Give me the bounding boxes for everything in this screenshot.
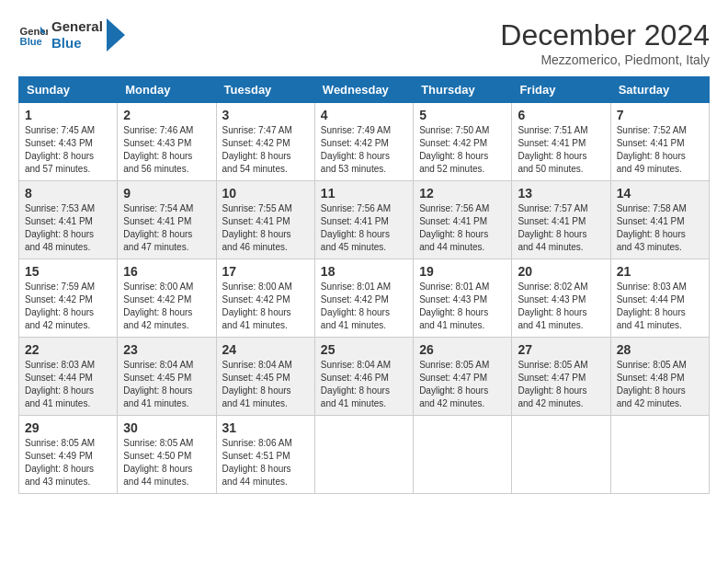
svg-marker-3 [107,18,125,52]
day-number: 14 [617,186,703,201]
page-header: General Blue General Blue December 2024 … [18,18,710,67]
day-info: Sunrise: 7:45 AM Sunset: 4:43 PM Dayligh… [25,124,111,176]
day-info: Sunrise: 7:54 AM Sunset: 4:41 PM Dayligh… [123,202,210,254]
logo-blue: Blue [51,35,103,52]
sunrise-label: Sunrise: 7:58 AM [617,203,687,213]
day-info: Sunrise: 7:49 AM Sunset: 4:42 PM Dayligh… [321,124,407,176]
daylight-label: Daylight: 8 hours and 53 minutes. [321,151,390,174]
daylight-label: Daylight: 8 hours and 57 minutes. [25,151,94,174]
calendar-cell: 15 Sunrise: 7:59 AM Sunset: 4:42 PM Dayl… [19,259,118,338]
calendar-cell [314,416,413,494]
sunset-label: Sunset: 4:42 PM [419,138,487,148]
calendar-week-row: 29 Sunrise: 8:05 AM Sunset: 4:49 PM Dayl… [19,416,710,494]
calendar-cell: 10 Sunrise: 7:55 AM Sunset: 4:41 PM Dayl… [216,181,314,259]
calendar-cell: 31 Sunrise: 8:06 AM Sunset: 4:51 PM Dayl… [216,416,314,494]
sunset-label: Sunset: 4:43 PM [518,294,586,304]
day-number: 13 [518,186,604,201]
sunrise-label: Sunrise: 8:04 AM [222,360,292,370]
calendar-cell: 6 Sunrise: 7:51 AM Sunset: 4:41 PM Dayli… [512,103,610,181]
day-info: Sunrise: 7:55 AM Sunset: 4:41 PM Dayligh… [222,202,309,254]
day-number: 20 [518,264,604,279]
day-info: Sunrise: 7:52 AM Sunset: 4:41 PM Dayligh… [617,124,703,176]
logo-arrow-icon [107,18,125,52]
day-number: 21 [617,264,703,279]
day-info: Sunrise: 8:05 AM Sunset: 4:49 PM Dayligh… [25,437,111,488]
day-info: Sunrise: 7:58 AM Sunset: 4:41 PM Dayligh… [617,202,703,254]
daylight-label: Daylight: 8 hours and 41 minutes. [222,385,291,408]
logo: General Blue General Blue [18,18,125,52]
daylight-label: Daylight: 8 hours and 41 minutes. [321,385,390,408]
sunset-label: Sunset: 4:41 PM [123,216,191,226]
day-number: 27 [518,342,604,357]
daylight-label: Daylight: 8 hours and 42 minutes. [617,385,686,408]
calendar-cell: 18 Sunrise: 8:01 AM Sunset: 4:42 PM Dayl… [314,259,413,338]
day-number: 25 [321,342,407,357]
calendar-cell: 3 Sunrise: 7:47 AM Sunset: 4:42 PM Dayli… [216,103,314,181]
sunrise-label: Sunrise: 7:56 AM [321,203,391,213]
sunset-label: Sunset: 4:41 PM [617,216,685,226]
calendar-cell: 9 Sunrise: 7:54 AM Sunset: 4:41 PM Dayli… [118,181,216,259]
sunrise-label: Sunrise: 7:46 AM [123,125,193,135]
day-info: Sunrise: 8:04 AM Sunset: 4:45 PM Dayligh… [123,359,210,410]
day-info: Sunrise: 7:57 AM Sunset: 4:41 PM Dayligh… [518,202,604,254]
day-number: 8 [25,186,111,201]
calendar-week-row: 22 Sunrise: 8:03 AM Sunset: 4:44 PM Dayl… [19,338,710,416]
day-number: 5 [419,108,506,122]
day-info: Sunrise: 8:04 AM Sunset: 4:46 PM Dayligh… [321,359,407,410]
sunset-label: Sunset: 4:42 PM [321,294,389,304]
day-info: Sunrise: 8:02 AM Sunset: 4:43 PM Dayligh… [518,281,604,332]
calendar-cell: 29 Sunrise: 8:05 AM Sunset: 4:49 PM Dayl… [19,416,118,494]
sunrise-label: Sunrise: 8:03 AM [617,282,687,292]
day-number: 18 [321,264,407,279]
sunrise-label: Sunrise: 8:05 AM [518,360,587,370]
calendar-cell [414,416,512,494]
calendar-cell: 30 Sunrise: 8:05 AM Sunset: 4:50 PM Dayl… [118,416,216,494]
day-number: 4 [321,108,407,122]
day-header-thursday: Thursday [414,77,512,103]
day-info: Sunrise: 8:03 AM Sunset: 4:44 PM Dayligh… [25,359,111,410]
daylight-label: Daylight: 8 hours and 41 minutes. [321,307,390,330]
daylight-label: Daylight: 8 hours and 42 minutes. [123,307,192,330]
daylight-label: Daylight: 8 hours and 56 minutes. [123,151,192,174]
daylight-label: Daylight: 8 hours and 42 minutes. [25,307,94,330]
sunset-label: Sunset: 4:43 PM [419,294,487,304]
sunrise-label: Sunrise: 8:06 AM [222,438,292,448]
day-number: 17 [222,264,309,279]
calendar-week-row: 8 Sunrise: 7:53 AM Sunset: 4:41 PM Dayli… [19,181,710,259]
sunrise-label: Sunrise: 7:56 AM [419,203,489,213]
day-info: Sunrise: 8:01 AM Sunset: 4:42 PM Dayligh… [321,281,407,332]
calendar-week-row: 1 Sunrise: 7:45 AM Sunset: 4:43 PM Dayli… [19,103,710,181]
sunset-label: Sunset: 4:41 PM [419,216,487,226]
sunset-label: Sunset: 4:41 PM [25,216,93,226]
sunset-label: Sunset: 4:43 PM [123,138,191,148]
sunset-label: Sunset: 4:45 PM [123,373,191,383]
day-number: 19 [419,264,506,279]
calendar-week-row: 15 Sunrise: 7:59 AM Sunset: 4:42 PM Dayl… [19,259,710,338]
sunset-label: Sunset: 4:47 PM [518,373,586,383]
sunrise-label: Sunrise: 8:00 AM [222,282,292,292]
day-info: Sunrise: 7:59 AM Sunset: 4:42 PM Dayligh… [25,281,111,332]
day-number: 16 [123,264,210,279]
sunset-label: Sunset: 4:46 PM [321,373,389,383]
daylight-label: Daylight: 8 hours and 41 minutes. [518,307,586,330]
calendar-cell: 24 Sunrise: 8:04 AM Sunset: 4:45 PM Dayl… [216,338,314,416]
day-number: 28 [617,342,703,357]
day-number: 3 [222,108,309,122]
sunrise-label: Sunrise: 8:02 AM [518,282,587,292]
daylight-label: Daylight: 8 hours and 41 minutes. [617,307,686,330]
daylight-label: Daylight: 8 hours and 43 minutes. [25,464,94,487]
daylight-label: Daylight: 8 hours and 44 minutes. [123,464,192,487]
day-number: 10 [222,186,309,201]
day-info: Sunrise: 8:04 AM Sunset: 4:45 PM Dayligh… [222,359,309,410]
day-number: 31 [222,420,309,435]
daylight-label: Daylight: 8 hours and 46 minutes. [222,229,291,252]
sunrise-label: Sunrise: 7:49 AM [321,125,391,135]
sunset-label: Sunset: 4:51 PM [222,451,290,461]
sunset-label: Sunset: 4:42 PM [321,138,389,148]
sunrise-label: Sunrise: 7:50 AM [419,125,489,135]
day-info: Sunrise: 8:00 AM Sunset: 4:42 PM Dayligh… [222,281,309,332]
sunset-label: Sunset: 4:41 PM [222,216,290,226]
day-header-saturday: Saturday [610,77,709,103]
daylight-label: Daylight: 8 hours and 44 minutes. [222,464,291,487]
calendar-cell [512,416,610,494]
